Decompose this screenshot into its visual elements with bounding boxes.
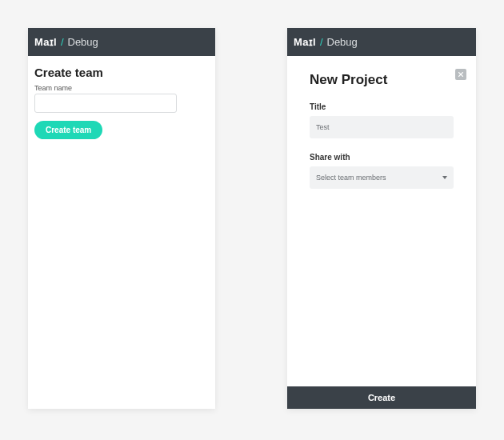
- create-team-content: Create team Team name Create team: [28, 56, 215, 409]
- new-project-content: New Project Title Share with Select team…: [287, 56, 476, 386]
- page-title: Create team: [34, 66, 209, 79]
- chevron-down-icon: [442, 176, 447, 179]
- app-header: Maɪl / Debug: [287, 28, 476, 56]
- close-button[interactable]: [455, 69, 466, 80]
- new-project-panel: Maɪl / Debug New Project Title Share wit…: [287, 28, 476, 409]
- share-label: Share with: [310, 153, 454, 162]
- app-header: Maɪl / Debug: [28, 28, 215, 56]
- share-with-dropdown[interactable]: Select team members: [310, 166, 454, 189]
- brand-name: Maɪl: [294, 36, 316, 48]
- brand-sub: Debug: [327, 36, 358, 48]
- title-label: Title: [310, 102, 454, 111]
- create-team-panel: Maɪl / Debug Create team Team name Creat…: [28, 28, 215, 409]
- team-name-input[interactable]: [34, 94, 177, 113]
- brand-separator: /: [320, 36, 323, 48]
- create-team-button[interactable]: Create team: [34, 121, 102, 139]
- brand-sub: Debug: [68, 36, 98, 48]
- create-project-button[interactable]: Create: [287, 386, 476, 409]
- close-icon: [458, 71, 464, 78]
- project-title-input[interactable]: [310, 116, 454, 138]
- modal-title: New Project: [310, 72, 454, 88]
- brand-name: Maɪl: [34, 36, 57, 48]
- brand-separator: /: [61, 36, 64, 48]
- dropdown-placeholder: Select team members: [316, 174, 386, 182]
- team-name-label: Team name: [34, 84, 209, 92]
